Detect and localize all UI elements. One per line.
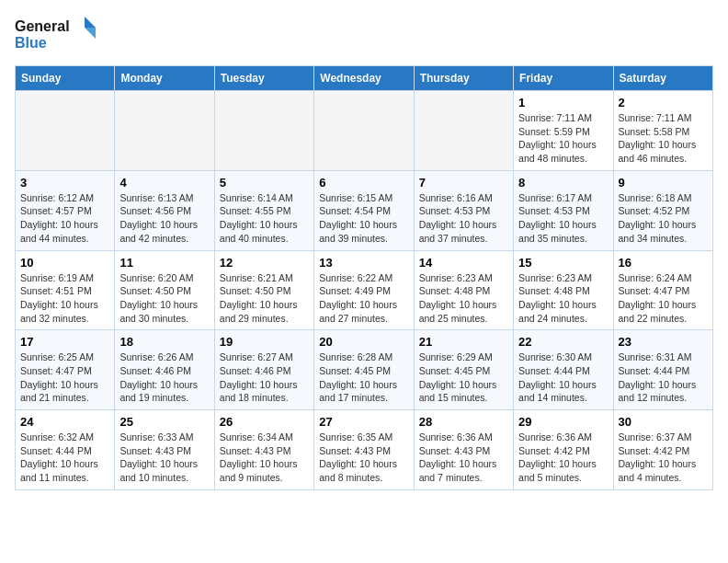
day-info: Sunrise: 6:23 AMSunset: 4:48 PMDaylight:… bbox=[419, 271, 508, 326]
calendar-day-cell bbox=[214, 91, 313, 171]
calendar-day-cell: 25Sunrise: 6:33 AMSunset: 4:43 PMDayligh… bbox=[115, 410, 214, 490]
day-info: Sunrise: 6:37 AMSunset: 4:42 PMDaylight:… bbox=[619, 431, 708, 485]
day-info: Sunrise: 6:26 AMSunset: 4:46 PMDaylight:… bbox=[119, 350, 209, 405]
calendar-day-cell: 15Sunrise: 6:23 AMSunset: 4:48 PMDayligh… bbox=[514, 250, 613, 330]
calendar-day-cell: 24Sunrise: 6:32 AMSunset: 4:44 PMDayligh… bbox=[16, 410, 115, 490]
calendar-day-cell: 12Sunrise: 6:21 AMSunset: 4:50 PMDayligh… bbox=[214, 250, 313, 330]
day-info: Sunrise: 6:31 AMSunset: 4:44 PMDaylight:… bbox=[619, 350, 708, 405]
day-info: Sunrise: 6:23 AMSunset: 4:48 PMDaylight:… bbox=[518, 271, 608, 326]
day-number: 9 bbox=[619, 176, 708, 190]
svg-text:Blue: Blue bbox=[15, 35, 47, 51]
day-of-week-header: Friday bbox=[514, 66, 613, 91]
calendar-day-cell: 29Sunrise: 6:36 AMSunset: 4:42 PMDayligh… bbox=[514, 410, 613, 490]
day-info: Sunrise: 6:36 AMSunset: 4:43 PMDaylight:… bbox=[419, 431, 508, 485]
calendar-week-row: 3Sunrise: 6:12 AMSunset: 4:57 PMDaylight… bbox=[16, 170, 713, 250]
day-number: 5 bbox=[220, 176, 309, 190]
calendar-day-cell: 3Sunrise: 6:12 AMSunset: 4:57 PMDaylight… bbox=[16, 170, 115, 250]
logo: General Blue bbox=[15, 15, 97, 56]
day-info: Sunrise: 6:35 AMSunset: 4:43 PMDaylight:… bbox=[319, 431, 408, 485]
calendar-day-cell: 23Sunrise: 6:31 AMSunset: 4:44 PMDayligh… bbox=[613, 330, 712, 410]
day-info: Sunrise: 6:36 AMSunset: 4:42 PMDaylight:… bbox=[518, 431, 608, 485]
day-number: 10 bbox=[20, 256, 109, 270]
calendar-week-row: 1Sunrise: 7:11 AMSunset: 5:59 PMDaylight… bbox=[16, 91, 713, 171]
calendar-day-cell: 4Sunrise: 6:13 AMSunset: 4:56 PMDaylight… bbox=[115, 170, 214, 250]
calendar-day-cell: 16Sunrise: 6:24 AMSunset: 4:47 PMDayligh… bbox=[613, 250, 712, 330]
day-info: Sunrise: 6:22 AMSunset: 4:49 PMDaylight:… bbox=[319, 271, 408, 326]
calendar-day-cell bbox=[314, 91, 414, 171]
calendar-day-cell bbox=[414, 91, 513, 171]
day-number: 13 bbox=[319, 256, 408, 270]
calendar-table: SundayMondayTuesdayWednesdayThursdayFrid… bbox=[15, 65, 713, 490]
calendar-day-cell: 7Sunrise: 6:16 AMSunset: 4:53 PMDaylight… bbox=[414, 170, 513, 250]
day-number: 16 bbox=[619, 256, 708, 270]
day-info: Sunrise: 7:11 AMSunset: 5:59 PMDaylight:… bbox=[518, 111, 608, 166]
calendar-day-cell: 10Sunrise: 6:19 AMSunset: 4:51 PMDayligh… bbox=[16, 250, 115, 330]
day-number: 1 bbox=[518, 96, 608, 109]
day-of-week-header: Thursday bbox=[414, 66, 513, 91]
day-of-week-header: Monday bbox=[115, 66, 214, 91]
day-number: 3 bbox=[20, 176, 109, 190]
day-info: Sunrise: 6:12 AMSunset: 4:57 PMDaylight:… bbox=[20, 191, 109, 246]
calendar-day-cell: 19Sunrise: 6:27 AMSunset: 4:46 PMDayligh… bbox=[214, 330, 313, 410]
day-info: Sunrise: 6:16 AMSunset: 4:53 PMDaylight:… bbox=[419, 191, 508, 246]
day-info: Sunrise: 6:32 AMSunset: 4:44 PMDaylight:… bbox=[20, 431, 109, 485]
day-number: 20 bbox=[319, 335, 408, 349]
calendar-day-cell: 27Sunrise: 6:35 AMSunset: 4:43 PMDayligh… bbox=[314, 410, 414, 490]
day-info: Sunrise: 6:21 AMSunset: 4:50 PMDaylight:… bbox=[220, 271, 309, 326]
day-number: 7 bbox=[419, 176, 508, 190]
day-info: Sunrise: 6:30 AMSunset: 4:44 PMDaylight:… bbox=[518, 350, 608, 405]
day-info: Sunrise: 7:11 AMSunset: 5:58 PMDaylight:… bbox=[619, 111, 708, 166]
svg-marker-3 bbox=[85, 28, 96, 39]
calendar-day-cell: 11Sunrise: 6:20 AMSunset: 4:50 PMDayligh… bbox=[115, 250, 214, 330]
calendar-day-cell: 17Sunrise: 6:25 AMSunset: 4:47 PMDayligh… bbox=[16, 330, 115, 410]
calendar-day-cell: 6Sunrise: 6:15 AMSunset: 4:54 PMDaylight… bbox=[314, 170, 414, 250]
svg-marker-2 bbox=[85, 17, 96, 28]
calendar-day-cell: 18Sunrise: 6:26 AMSunset: 4:46 PMDayligh… bbox=[115, 330, 214, 410]
calendar-week-row: 24Sunrise: 6:32 AMSunset: 4:44 PMDayligh… bbox=[16, 410, 713, 490]
day-number: 29 bbox=[518, 415, 608, 429]
calendar-day-cell bbox=[16, 91, 115, 171]
day-info: Sunrise: 6:24 AMSunset: 4:47 PMDaylight:… bbox=[619, 271, 708, 326]
day-info: Sunrise: 6:14 AMSunset: 4:55 PMDaylight:… bbox=[220, 191, 309, 246]
calendar-day-cell: 22Sunrise: 6:30 AMSunset: 4:44 PMDayligh… bbox=[514, 330, 613, 410]
day-number: 30 bbox=[619, 415, 708, 429]
day-number: 17 bbox=[20, 335, 109, 349]
day-of-week-header: Saturday bbox=[613, 66, 712, 91]
day-number: 24 bbox=[20, 415, 109, 429]
calendar-day-cell: 26Sunrise: 6:34 AMSunset: 4:43 PMDayligh… bbox=[214, 410, 313, 490]
day-number: 4 bbox=[119, 176, 209, 190]
calendar-day-cell: 2Sunrise: 7:11 AMSunset: 5:58 PMDaylight… bbox=[613, 91, 712, 171]
day-of-week-header: Tuesday bbox=[214, 66, 313, 91]
logo-svg: General Blue bbox=[15, 15, 97, 56]
day-info: Sunrise: 6:19 AMSunset: 4:51 PMDaylight:… bbox=[20, 271, 109, 326]
day-number: 22 bbox=[518, 335, 608, 349]
calendar-day-cell: 13Sunrise: 6:22 AMSunset: 4:49 PMDayligh… bbox=[314, 250, 414, 330]
day-number: 18 bbox=[119, 335, 209, 349]
day-number: 28 bbox=[419, 415, 508, 429]
day-info: Sunrise: 6:28 AMSunset: 4:45 PMDaylight:… bbox=[319, 350, 408, 405]
day-info: Sunrise: 6:15 AMSunset: 4:54 PMDaylight:… bbox=[319, 191, 408, 246]
day-info: Sunrise: 6:18 AMSunset: 4:52 PMDaylight:… bbox=[619, 191, 708, 246]
calendar-day-cell: 21Sunrise: 6:29 AMSunset: 4:45 PMDayligh… bbox=[414, 330, 513, 410]
day-info: Sunrise: 6:34 AMSunset: 4:43 PMDaylight:… bbox=[220, 431, 309, 485]
day-number: 19 bbox=[220, 335, 309, 349]
calendar-day-cell: 28Sunrise: 6:36 AMSunset: 4:43 PMDayligh… bbox=[414, 410, 513, 490]
calendar-day-cell: 20Sunrise: 6:28 AMSunset: 4:45 PMDayligh… bbox=[314, 330, 414, 410]
calendar-day-cell: 30Sunrise: 6:37 AMSunset: 4:42 PMDayligh… bbox=[613, 410, 712, 490]
day-info: Sunrise: 6:27 AMSunset: 4:46 PMDaylight:… bbox=[220, 350, 309, 405]
day-number: 21 bbox=[419, 335, 508, 349]
calendar-day-cell: 14Sunrise: 6:23 AMSunset: 4:48 PMDayligh… bbox=[414, 250, 513, 330]
svg-text:General: General bbox=[15, 18, 70, 34]
day-number: 11 bbox=[119, 256, 209, 270]
day-of-week-header: Sunday bbox=[16, 66, 115, 91]
day-number: 2 bbox=[619, 96, 708, 109]
day-info: Sunrise: 6:25 AMSunset: 4:47 PMDaylight:… bbox=[20, 350, 109, 405]
calendar-day-cell: 8Sunrise: 6:17 AMSunset: 4:53 PMDaylight… bbox=[514, 170, 613, 250]
page-header: General Blue bbox=[15, 15, 713, 56]
day-number: 23 bbox=[619, 335, 708, 349]
calendar-week-row: 17Sunrise: 6:25 AMSunset: 4:47 PMDayligh… bbox=[16, 330, 713, 410]
day-info: Sunrise: 6:29 AMSunset: 4:45 PMDaylight:… bbox=[419, 350, 508, 405]
day-number: 8 bbox=[518, 176, 608, 190]
calendar-week-row: 10Sunrise: 6:19 AMSunset: 4:51 PMDayligh… bbox=[16, 250, 713, 330]
day-number: 14 bbox=[419, 256, 508, 270]
